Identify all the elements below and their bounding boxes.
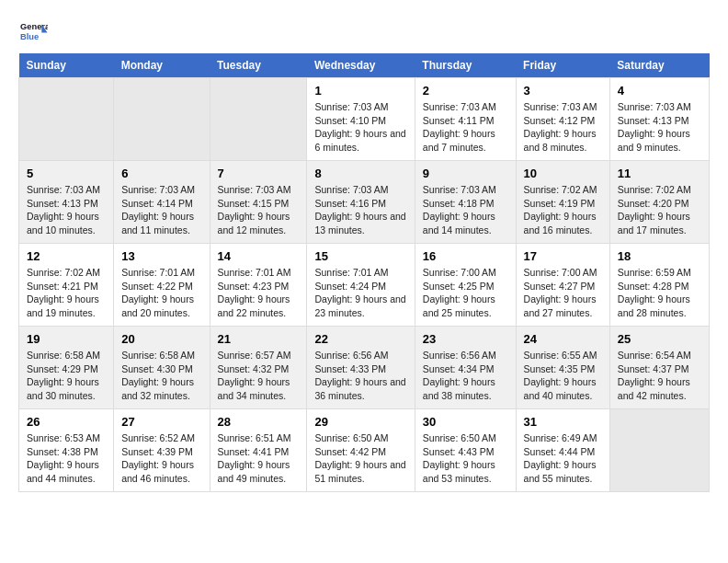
day-number: 25 (618, 332, 701, 346)
day-number: 11 (618, 167, 701, 180)
weekday-header: Tuesday (210, 53, 307, 78)
calendar-cell (114, 78, 210, 161)
cell-text: Sunrise: 6:49 AM Sunset: 4:44 PM Dayligh… (524, 431, 602, 486)
day-number: 30 (423, 415, 508, 429)
day-number: 31 (524, 415, 602, 429)
day-number: 17 (524, 249, 602, 263)
cell-text: Sunrise: 6:56 AM Sunset: 4:33 PM Dayligh… (314, 349, 406, 403)
calendar-cell: 13Sunrise: 7:01 AM Sunset: 4:22 PM Dayli… (114, 244, 210, 327)
cell-text: Sunrise: 7:02 AM Sunset: 4:21 PM Dayligh… (27, 266, 106, 320)
day-number: 8 (314, 167, 406, 180)
cell-text: Sunrise: 7:03 AM Sunset: 4:11 PM Dayligh… (423, 100, 508, 155)
calendar-cell: 12Sunrise: 7:02 AM Sunset: 4:21 PM Dayli… (19, 244, 114, 327)
day-number: 24 (524, 332, 602, 346)
day-number: 4 (618, 84, 701, 98)
calendar-cell: 6Sunrise: 7:03 AM Sunset: 4:14 PM Daylig… (114, 161, 210, 244)
day-number: 7 (218, 167, 300, 180)
calendar-cell: 27Sunrise: 6:52 AM Sunset: 4:39 PM Dayli… (114, 409, 210, 492)
weekday-header: Thursday (415, 53, 516, 78)
day-number: 21 (218, 332, 300, 346)
cell-text: Sunrise: 7:03 AM Sunset: 4:10 PM Dayligh… (314, 100, 406, 155)
calendar-cell: 8Sunrise: 7:03 AM Sunset: 4:16 PM Daylig… (307, 161, 415, 244)
cell-text: Sunrise: 6:52 AM Sunset: 4:39 PM Dayligh… (121, 431, 201, 486)
weekday-header: Saturday (609, 53, 709, 78)
day-number: 5 (27, 167, 106, 180)
cell-text: Sunrise: 6:58 AM Sunset: 4:30 PM Dayligh… (121, 349, 201, 403)
calendar-week-row: 12Sunrise: 7:02 AM Sunset: 4:21 PM Dayli… (19, 244, 710, 327)
cell-text: Sunrise: 7:02 AM Sunset: 4:19 PM Dayligh… (524, 183, 602, 237)
cell-text: Sunrise: 6:53 AM Sunset: 4:38 PM Dayligh… (27, 431, 106, 486)
calendar-cell: 30Sunrise: 6:50 AM Sunset: 4:43 PM Dayli… (415, 409, 516, 492)
calendar-week-row: 19Sunrise: 6:58 AM Sunset: 4:29 PM Dayli… (19, 327, 710, 409)
calendar-cell: 10Sunrise: 7:02 AM Sunset: 4:19 PM Dayli… (516, 161, 609, 244)
day-number: 12 (27, 249, 106, 263)
weekday-header: Sunday (19, 53, 114, 78)
calendar-header: SundayMondayTuesdayWednesdayThursdayFrid… (19, 53, 710, 78)
cell-text: Sunrise: 7:01 AM Sunset: 4:22 PM Dayligh… (121, 266, 201, 320)
cell-text: Sunrise: 7:00 AM Sunset: 4:27 PM Dayligh… (524, 266, 602, 320)
cell-text: Sunrise: 6:55 AM Sunset: 4:35 PM Dayligh… (524, 349, 602, 403)
day-number: 13 (121, 249, 201, 263)
day-number: 6 (121, 167, 201, 180)
cell-text: Sunrise: 7:01 AM Sunset: 4:24 PM Dayligh… (314, 266, 406, 320)
cell-text: Sunrise: 7:03 AM Sunset: 4:13 PM Dayligh… (618, 100, 701, 155)
page-header: General Blue (18, 18, 710, 44)
day-number: 9 (423, 167, 508, 180)
day-number: 22 (314, 332, 406, 346)
cell-text: Sunrise: 6:58 AM Sunset: 4:29 PM Dayligh… (27, 349, 106, 403)
cell-text: Sunrise: 6:50 AM Sunset: 4:43 PM Dayligh… (423, 431, 508, 486)
cell-text: Sunrise: 6:57 AM Sunset: 4:32 PM Dayligh… (218, 349, 300, 403)
cell-text: Sunrise: 7:01 AM Sunset: 4:23 PM Dayligh… (218, 266, 300, 320)
cell-text: Sunrise: 6:51 AM Sunset: 4:41 PM Dayligh… (218, 431, 300, 486)
calendar-cell: 5Sunrise: 7:03 AM Sunset: 4:13 PM Daylig… (19, 161, 114, 244)
weekday-header: Friday (516, 53, 609, 78)
calendar-cell: 14Sunrise: 7:01 AM Sunset: 4:23 PM Dayli… (210, 244, 307, 327)
calendar-cell: 2Sunrise: 7:03 AM Sunset: 4:11 PM Daylig… (415, 78, 516, 161)
cell-text: Sunrise: 7:00 AM Sunset: 4:25 PM Dayligh… (423, 266, 508, 320)
calendar-table: SundayMondayTuesdayWednesdayThursdayFrid… (18, 53, 710, 492)
day-number: 1 (314, 84, 406, 98)
calendar-cell: 17Sunrise: 7:00 AM Sunset: 4:27 PM Dayli… (516, 244, 609, 327)
cell-text: Sunrise: 7:03 AM Sunset: 4:16 PM Dayligh… (314, 183, 406, 237)
calendar-week-row: 1Sunrise: 7:03 AM Sunset: 4:10 PM Daylig… (19, 78, 710, 161)
cell-text: Sunrise: 7:02 AM Sunset: 4:20 PM Dayligh… (618, 183, 701, 237)
calendar-week-row: 5Sunrise: 7:03 AM Sunset: 4:13 PM Daylig… (19, 161, 710, 244)
calendar-cell: 11Sunrise: 7:02 AM Sunset: 4:20 PM Dayli… (609, 161, 709, 244)
calendar-cell: 9Sunrise: 7:03 AM Sunset: 4:18 PM Daylig… (415, 161, 516, 244)
calendar-cell: 24Sunrise: 6:55 AM Sunset: 4:35 PM Dayli… (516, 327, 609, 409)
cell-text: Sunrise: 6:56 AM Sunset: 4:34 PM Dayligh… (423, 349, 508, 403)
calendar-cell: 28Sunrise: 6:51 AM Sunset: 4:41 PM Dayli… (210, 409, 307, 492)
weekday-header: Monday (114, 53, 210, 78)
cell-text: Sunrise: 7:03 AM Sunset: 4:13 PM Dayligh… (27, 183, 106, 237)
calendar-cell: 7Sunrise: 7:03 AM Sunset: 4:15 PM Daylig… (210, 161, 307, 244)
day-number: 2 (423, 84, 508, 98)
calendar-cell: 19Sunrise: 6:58 AM Sunset: 4:29 PM Dayli… (19, 327, 114, 409)
calendar-cell: 22Sunrise: 6:56 AM Sunset: 4:33 PM Dayli… (307, 327, 415, 409)
cell-text: Sunrise: 7:03 AM Sunset: 4:12 PM Dayligh… (524, 100, 602, 155)
day-number: 29 (314, 415, 406, 429)
day-number: 18 (618, 249, 701, 263)
day-number: 27 (121, 415, 201, 429)
day-number: 16 (423, 249, 508, 263)
day-number: 10 (524, 167, 602, 180)
cell-text: Sunrise: 6:59 AM Sunset: 4:28 PM Dayligh… (618, 266, 701, 320)
calendar-cell: 16Sunrise: 7:00 AM Sunset: 4:25 PM Dayli… (415, 244, 516, 327)
logo: General Blue (18, 18, 48, 44)
cell-text: Sunrise: 7:03 AM Sunset: 4:14 PM Dayligh… (121, 183, 201, 237)
weekday-header: Wednesday (307, 53, 415, 78)
day-number: 23 (423, 332, 508, 346)
calendar-cell: 26Sunrise: 6:53 AM Sunset: 4:38 PM Dayli… (19, 409, 114, 492)
calendar-cell: 29Sunrise: 6:50 AM Sunset: 4:42 PM Dayli… (307, 409, 415, 492)
calendar-cell: 15Sunrise: 7:01 AM Sunset: 4:24 PM Dayli… (307, 244, 415, 327)
svg-text:Blue: Blue (20, 32, 39, 41)
logo-icon: General Blue (18, 18, 48, 44)
day-number: 14 (218, 249, 300, 263)
calendar-cell (19, 78, 114, 161)
calendar-cell: 31Sunrise: 6:49 AM Sunset: 4:44 PM Dayli… (516, 409, 609, 492)
day-number: 20 (121, 332, 201, 346)
calendar-cell: 21Sunrise: 6:57 AM Sunset: 4:32 PM Dayli… (210, 327, 307, 409)
calendar-cell: 18Sunrise: 6:59 AM Sunset: 4:28 PM Dayli… (609, 244, 709, 327)
calendar-cell: 1Sunrise: 7:03 AM Sunset: 4:10 PM Daylig… (307, 78, 415, 161)
day-number: 28 (218, 415, 300, 429)
calendar-cell (609, 409, 709, 492)
